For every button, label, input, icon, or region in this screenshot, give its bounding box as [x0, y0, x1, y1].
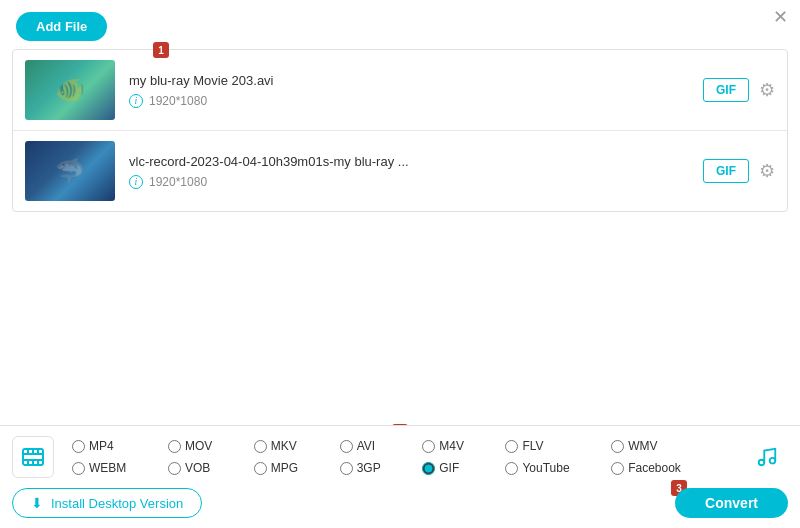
gif-button-2[interactable]: GIF	[703, 159, 749, 183]
format-facebook[interactable]: Facebook	[607, 459, 718, 477]
download-icon: ⬇	[31, 495, 43, 511]
format-youtube[interactable]: YouTube	[501, 459, 607, 477]
settings-button-2[interactable]: ⚙	[759, 160, 775, 182]
file-item-1: 1 🐠 my blu-ray Movie 203.avi i 1920*1080…	[13, 50, 787, 131]
badge-1: 1	[153, 42, 169, 58]
file-info-2: vlc-record-2023-04-04-10h39m01s-my blu-r…	[115, 154, 703, 189]
file-resolution-2: 1920*1080	[149, 175, 207, 189]
file-thumbnail-1: 🐠	[25, 60, 115, 120]
add-file-button[interactable]: Add File	[16, 12, 107, 41]
file-resolution-1: 1920*1080	[149, 94, 207, 108]
bottom-bar: MP4 MOV MKV AVI M4V FLV WMV WEBM VOB MPG…	[0, 425, 800, 528]
info-icon-2[interactable]: i	[129, 175, 143, 189]
format-flv[interactable]: FLV	[501, 437, 607, 455]
file-thumbnail-2: 🦈	[25, 141, 115, 201]
install-label: Install Desktop Version	[51, 496, 183, 511]
format-3gp[interactable]: 3GP	[336, 459, 419, 477]
format-mkv[interactable]: MKV	[250, 437, 336, 455]
convert-wrapper: 3 Convert	[675, 488, 788, 518]
settings-button-1[interactable]: ⚙	[759, 79, 775, 101]
file-meta-1: i 1920*1080	[129, 94, 703, 108]
format-mov[interactable]: MOV	[164, 437, 250, 455]
format-avi[interactable]: AVI	[336, 437, 419, 455]
toolbar: Add File	[0, 0, 800, 49]
format-wmv[interactable]: WMV	[607, 437, 718, 455]
close-button[interactable]: ✕	[773, 8, 788, 26]
info-icon-1[interactable]: i	[129, 94, 143, 108]
file-name-2: vlc-record-2023-04-04-10h39m01s-my blu-r…	[129, 154, 703, 169]
format-gif[interactable]: GIF	[418, 459, 501, 477]
format-section: MP4 MOV MKV AVI M4V FLV WMV WEBM VOB MPG…	[0, 426, 800, 480]
file-info-1: my blu-ray Movie 203.avi i 1920*1080	[115, 73, 703, 108]
file-actions-1: GIF ⚙	[703, 78, 775, 102]
svg-point-9	[759, 460, 765, 466]
music-icon	[746, 436, 788, 478]
format-webm[interactable]: WEBM	[68, 459, 164, 477]
gif-button-1[interactable]: GIF	[703, 78, 749, 102]
file-actions-2: GIF ⚙	[703, 159, 775, 183]
format-mpg[interactable]: MPG	[250, 459, 336, 477]
file-meta-2: i 1920*1080	[129, 175, 703, 189]
svg-point-10	[770, 458, 776, 464]
thumb-overlay-1: 🐠	[25, 60, 115, 120]
format-options: MP4 MOV MKV AVI M4V FLV WMV WEBM VOB MPG…	[68, 437, 746, 477]
file-name-1: my blu-ray Movie 203.avi	[129, 73, 703, 88]
format-vob[interactable]: VOB	[164, 459, 250, 477]
install-button[interactable]: ⬇ Install Desktop Version	[12, 488, 202, 518]
file-item-2: 🦈 vlc-record-2023-04-04-10h39m01s-my blu…	[13, 131, 787, 211]
format-m4v[interactable]: M4V	[418, 437, 501, 455]
format-mp4[interactable]: MP4	[68, 437, 164, 455]
file-list: 1 🐠 my blu-ray Movie 203.avi i 1920*1080…	[12, 49, 788, 212]
thumb-overlay-2: 🦈	[25, 141, 115, 201]
bottom-actions: ⬇ Install Desktop Version 3 Convert	[0, 480, 800, 528]
convert-button[interactable]: Convert	[675, 488, 788, 518]
format-icon	[12, 436, 54, 478]
